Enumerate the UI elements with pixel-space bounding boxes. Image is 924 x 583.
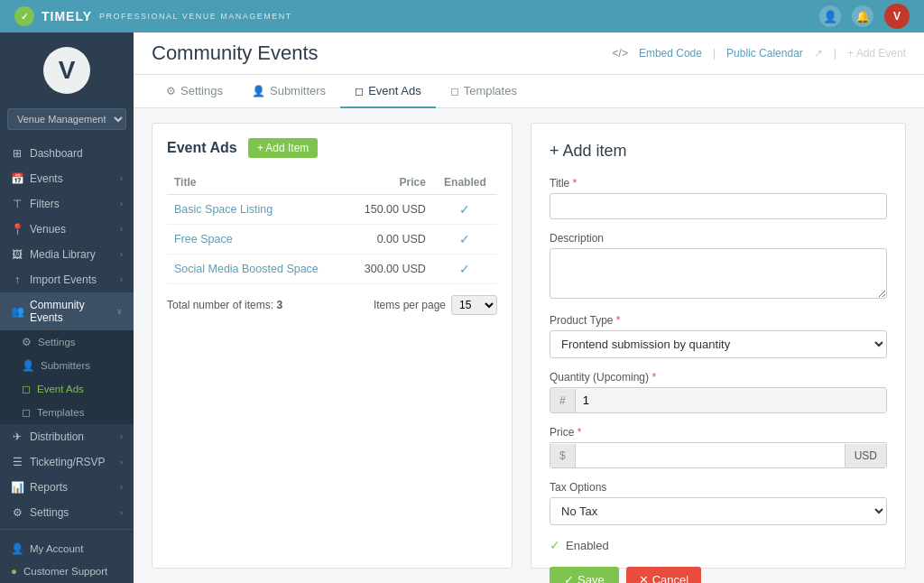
- sidebar-item-import-events[interactable]: ↑ Import Events ›: [0, 267, 134, 292]
- tab-templates[interactable]: ◻ Templates: [436, 75, 531, 108]
- table-row: Social Media Boosted Space 300.00 USD ✓: [167, 254, 497, 284]
- quantity-input[interactable]: [576, 388, 886, 412]
- row-enabled: ✓: [433, 195, 497, 225]
- my-account-icon: 👤: [11, 542, 23, 555]
- chevron-right-icon: ›: [120, 458, 123, 467]
- notification-icon[interactable]: 🔔: [852, 5, 873, 27]
- logo-subtitle: PROFESSIONAL VENUE MANAGEMENT: [99, 12, 292, 21]
- sidebar-item-label: Venues: [30, 223, 66, 236]
- per-page-select[interactable]: 15 25 50 100: [451, 295, 497, 315]
- sidebar-sub-label: Settings: [38, 337, 76, 347]
- row-title[interactable]: Free Space: [167, 225, 346, 254]
- price-group: $ USD: [550, 442, 887, 468]
- user-avatar[interactable]: V: [884, 4, 910, 29]
- sidebar-item-media-library[interactable]: 🖼 Media Library ›: [0, 242, 134, 267]
- community-icon: 👥: [11, 305, 23, 318]
- row-title[interactable]: Social Media Boosted Space: [167, 254, 346, 284]
- form-group-quantity: Quantity (Upcoming) * #: [550, 371, 887, 413]
- price-input[interactable]: [576, 443, 845, 467]
- sidebar-item-my-account[interactable]: 👤 My Account: [11, 537, 123, 560]
- chevron-right-icon: ›: [120, 483, 123, 492]
- save-check-icon: ✓: [564, 573, 574, 583]
- price-label: Price *: [550, 426, 887, 439]
- chevron-right-icon: ›: [120, 432, 123, 441]
- tabs-bar: ⚙ Settings 👤 Submitters ◻ Event Ads ◻ Te…: [134, 75, 924, 108]
- add-item-form-panel: + Add item Title * Description Product T…: [531, 123, 906, 569]
- media-icon: 🖼: [11, 248, 23, 261]
- sidebar-item-customer-support[interactable]: ● Customer Support: [11, 560, 123, 582]
- sidebar-item-settings[interactable]: ⚙ Settings: [0, 330, 134, 354]
- enabled-label: Enabled: [566, 539, 609, 552]
- table-footer: Total number of items: 3 Items per page …: [167, 295, 497, 315]
- venue-select[interactable]: Venue Management Soft: [7, 108, 126, 130]
- tab-event-ads[interactable]: ◻ Event Ads: [340, 75, 436, 108]
- form-group-product-type: Product Type * Frontend submission by qu…: [550, 314, 887, 358]
- event-ads-title: Event Ads: [167, 140, 237, 156]
- description-label: Description: [550, 232, 887, 245]
- add-event-link[interactable]: + Add Event: [847, 47, 906, 60]
- col-price: Price: [346, 171, 432, 195]
- public-calendar-link[interactable]: Public Calendar: [726, 47, 803, 60]
- items-per-page: Items per page 15 25 50 100: [374, 295, 497, 315]
- row-enabled: ✓: [433, 225, 497, 254]
- sidebar-item-venues[interactable]: 📍 Venues ›: [0, 217, 134, 242]
- add-item-button[interactable]: + Add Item: [248, 138, 319, 158]
- profile-icon[interactable]: 👤: [819, 5, 841, 27]
- sidebar-item-dashboard[interactable]: ⊞ Dashboard: [0, 141, 134, 166]
- sidebar-item-reports[interactable]: 📊 Reports ›: [0, 475, 134, 500]
- title-input[interactable]: [550, 193, 887, 219]
- cancel-button[interactable]: ✕ Cancel: [626, 567, 701, 583]
- sidebar-item-settings-main[interactable]: ⚙ Settings ›: [0, 500, 134, 525]
- col-enabled: Enabled: [433, 171, 497, 195]
- sidebar-item-submitters[interactable]: 👤 Submitters: [0, 354, 134, 377]
- external-link-icon: ↗: [814, 47, 823, 60]
- row-title[interactable]: Basic Space Listing: [167, 195, 346, 225]
- dashboard-icon: ⊞: [11, 147, 23, 160]
- tab-submitters[interactable]: 👤 Submitters: [237, 75, 340, 108]
- sidebar-item-templates[interactable]: ◻ Templates: [0, 401, 134, 424]
- chevron-right-icon: ›: [120, 225, 123, 234]
- tab-templates-icon: ◻: [450, 85, 459, 97]
- sidebar-avatar: V: [43, 47, 90, 94]
- sidebar-item-distribution[interactable]: ✈ Distribution ›: [0, 424, 134, 449]
- description-textarea[interactable]: [550, 248, 887, 299]
- sidebar-item-label: Filters: [30, 198, 60, 210]
- sidebar-item-label: Media Library: [30, 248, 96, 261]
- tax-select[interactable]: No Tax Tax Inclusive Tax Exclusive: [550, 497, 887, 525]
- event-ads-sub-icon: ◻: [22, 383, 31, 395]
- sidebar-item-community-events[interactable]: 👥 Community Events ∨: [0, 292, 134, 330]
- event-ads-table: Title Price Enabled Basic Space Listing …: [167, 171, 497, 284]
- sidebar-sub-label: Submitters: [41, 360, 90, 371]
- divider: |: [713, 47, 716, 60]
- sidebar-item-label: Community Events: [30, 299, 116, 324]
- sidebar-item-label: Dashboard: [30, 147, 83, 160]
- tab-settings-label: Settings: [180, 84, 223, 97]
- sidebar-nav: ⊞ Dashboard 📅 Events › ⊤ Filters ›: [0, 137, 134, 529]
- customer-support-icon: ●: [11, 566, 17, 577]
- check-icon: ✓: [459, 262, 470, 276]
- tab-submitters-icon: 👤: [252, 85, 265, 97]
- embed-code-link[interactable]: Embed Code: [639, 47, 702, 60]
- sidebar: V Venue Management Soft ⊞ Dashboard 📅 Ev…: [0, 32, 134, 583]
- plus-icon: +: [847, 47, 854, 60]
- venues-icon: 📍: [11, 223, 23, 236]
- row-price: 300.00 USD: [346, 254, 432, 284]
- events-icon: 📅: [11, 172, 23, 185]
- check-icon: ✓: [459, 232, 470, 246]
- check-icon: ✓: [459, 202, 470, 217]
- tab-settings[interactable]: ⚙ Settings: [152, 75, 237, 108]
- product-type-select[interactable]: Frontend submission by quantity Frontend…: [550, 330, 887, 358]
- save-button[interactable]: ✓ Save: [550, 567, 619, 583]
- reports-icon: 📊: [11, 481, 23, 494]
- sidebar-item-events[interactable]: 📅 Events ›: [0, 166, 134, 191]
- required-star: *: [573, 177, 578, 190]
- sidebar-item-ticketing[interactable]: ☰ Ticketing/RSVP ›: [0, 449, 134, 475]
- form-title: + Add item: [550, 142, 887, 161]
- sidebar-item-event-ads[interactable]: ◻ Event Ads: [0, 377, 134, 401]
- quantity-prefix: #: [550, 389, 576, 412]
- sidebar-item-filters[interactable]: ⊤ Filters ›: [0, 191, 134, 217]
- tab-submitters-label: Submitters: [270, 84, 326, 97]
- table-row: Basic Space Listing 150.00 USD ✓: [167, 195, 497, 225]
- sidebar-sub-label: Event Ads: [37, 384, 84, 394]
- required-star: *: [578, 426, 582, 439]
